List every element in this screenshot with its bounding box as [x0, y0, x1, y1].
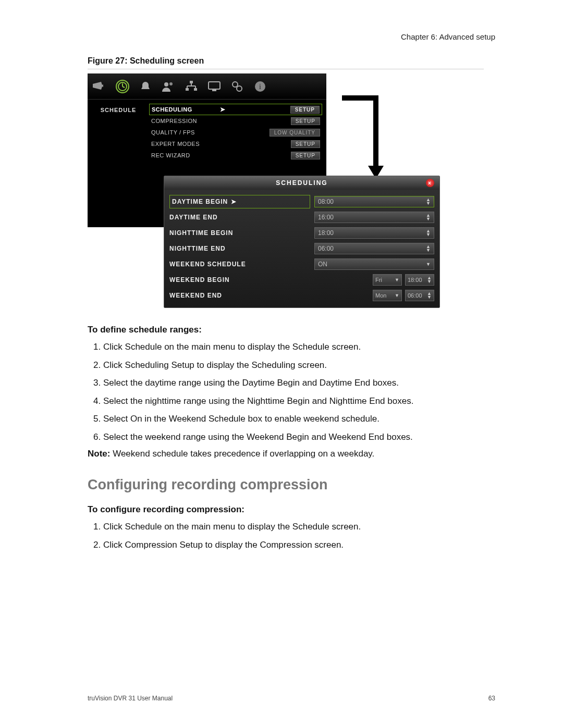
- row-daytime-end: DAYTIME END 16:00 ▲▼: [169, 209, 434, 225]
- note-paragraph: Note: Weekend schedule takes precedence …: [88, 449, 484, 459]
- spinner-icon[interactable]: ▲▼: [426, 245, 431, 252]
- day-field[interactable]: Mon▼: [373, 290, 402, 301]
- time-field[interactable]: 06:00▲▼: [405, 290, 434, 301]
- svg-point-15: [232, 82, 238, 87]
- row-label: WEEKEND SCHEDULE: [169, 261, 246, 268]
- sidebar-item-schedule[interactable]: SCHEDULE: [88, 105, 149, 115]
- svg-rect-8: [194, 88, 197, 91]
- setup-button[interactable]: SETUP: [291, 140, 320, 148]
- menu-row-compression[interactable]: COMPRESSION SETUP: [149, 115, 322, 127]
- cursor-icon: ➤: [220, 106, 226, 113]
- popup-titlebar: SCHEDULING ×: [164, 176, 439, 190]
- list-item: Click Compression Setup to display the C…: [103, 538, 484, 552]
- menu-label: EXPERT MODES: [151, 141, 291, 147]
- time-field[interactable]: 06:00 ▲▼: [314, 243, 434, 254]
- menu-label: QUALITY / FPS: [151, 129, 270, 135]
- row-weekend-schedule: WEEKEND SCHEDULE ON ▼: [169, 256, 434, 272]
- time-value: 18:00: [408, 277, 422, 283]
- row-weekend-begin: WEEKEND BEGIN Fri▼ 18:00▲▼: [169, 272, 434, 288]
- list-item: Click Schedule on the main menu to displ…: [103, 340, 484, 354]
- menu-row-quality[interactable]: QUALITY / FPS LOW QUALITY: [149, 127, 322, 138]
- spinner-icon[interactable]: ▲▼: [426, 229, 431, 237]
- row-weekend-end: WEEKEND END Mon▼ 06:00▲▼: [169, 288, 434, 303]
- list-item: Click Scheduling Setup to display the Sc…: [103, 359, 484, 372]
- section-heading: To configure recording compression:: [88, 504, 484, 515]
- scheduling-popup: SCHEDULING × DAYTIME BEGIN ➤ 08:00 ▲▼ DA…: [164, 176, 440, 308]
- close-icon[interactable]: ×: [426, 179, 434, 187]
- list-item: Select On in the Weekend Schedule box to…: [103, 412, 484, 426]
- figure-27: i SCHEDULE SCHEDULING ➤ SETUP COMPRESSIO…: [88, 73, 442, 313]
- svg-line-3: [123, 87, 125, 88]
- time-value: 16:00: [318, 214, 334, 221]
- list-item: Select the nighttime range using the Nig…: [103, 394, 484, 408]
- svg-point-4: [164, 82, 168, 87]
- menu-row-expert[interactable]: EXPERT MODES SETUP: [149, 138, 322, 150]
- menu-label: COMPRESSION: [151, 118, 291, 124]
- network-icon[interactable]: [185, 80, 198, 93]
- time-field[interactable]: 18:00 ▲▼: [314, 227, 434, 239]
- svg-rect-7: [186, 88, 189, 91]
- menu-label: SCHEDULING: [152, 106, 217, 113]
- toggle-value: ON: [318, 261, 327, 268]
- dropdown-icon[interactable]: ▼: [426, 263, 431, 266]
- spinner-icon[interactable]: ▲▼: [427, 292, 432, 299]
- popup-title-text: SCHEDULING: [276, 179, 327, 187]
- steps-list: Click Schedule on the main menu to displ…: [103, 520, 484, 551]
- list-item: Select the daytime range using the Dayti…: [103, 376, 484, 390]
- svg-rect-13: [209, 82, 220, 89]
- users-icon[interactable]: [162, 80, 175, 93]
- svg-marker-0: [93, 82, 103, 90]
- setup-button[interactable]: SETUP: [291, 152, 320, 159]
- row-label: DAYTIME BEGIN: [172, 198, 228, 205]
- menu-row-recwizard[interactable]: REC WIZARD SETUP: [149, 150, 322, 161]
- quality-dropdown[interactable]: LOW QUALITY: [270, 129, 320, 137]
- spinner-icon[interactable]: ▲▼: [427, 276, 432, 283]
- row-label: WEEKEND BEGIN: [169, 276, 230, 283]
- dvr-sidebar: SCHEDULE: [88, 100, 149, 161]
- note-text: Weekend schedule takes precedence if ove…: [110, 449, 374, 459]
- menu-row-scheduling[interactable]: SCHEDULING ➤ SETUP: [149, 104, 322, 115]
- setup-button[interactable]: SETUP: [291, 117, 320, 125]
- row-label: NIGHTTIME BEGIN: [169, 229, 233, 237]
- chapter-header: Chapter 6: Advanced setup: [401, 32, 495, 41]
- toggle-field[interactable]: ON ▼: [314, 258, 434, 270]
- svg-rect-6: [190, 81, 193, 83]
- row-label: DAYTIME END: [169, 214, 218, 221]
- monitor-icon[interactable]: [207, 80, 221, 93]
- svg-rect-14: [212, 90, 216, 91]
- row-label: WEEKEND END: [169, 292, 222, 299]
- footer-left: truVision DVR 31 User Manual: [88, 695, 173, 702]
- info-icon[interactable]: i: [253, 80, 267, 93]
- spinner-icon[interactable]: ▲▼: [426, 214, 431, 221]
- gear-icon[interactable]: [230, 80, 244, 93]
- row-nighttime-begin: NIGHTTIME BEGIN 18:00 ▲▼: [169, 225, 434, 241]
- day-value: Fri: [375, 277, 382, 283]
- day-field[interactable]: Fri▼: [373, 274, 402, 286]
- row-label: NIGHTTIME END: [169, 245, 226, 252]
- footer-page-number: 63: [488, 695, 495, 702]
- time-value: 06:00: [318, 245, 334, 252]
- time-field[interactable]: 18:00▲▼: [405, 274, 434, 286]
- setup-button[interactable]: SETUP: [290, 106, 320, 114]
- day-value: Mon: [375, 292, 386, 299]
- steps-list: Click Schedule on the main menu to displ…: [103, 340, 484, 443]
- camera-icon[interactable]: [93, 80, 106, 93]
- time-field[interactable]: 08:00 ▲▼: [314, 196, 434, 207]
- svg-point-16: [237, 86, 242, 91]
- menu-label: REC WIZARD: [151, 152, 291, 158]
- spinner-icon[interactable]: ▲▼: [426, 198, 431, 205]
- row-nighttime-end: NIGHTTIME END 06:00 ▲▼: [169, 241, 434, 256]
- clock-icon[interactable]: [116, 80, 129, 93]
- time-value: 18:00: [318, 229, 334, 237]
- h2-heading: Configuring recording compression: [88, 477, 484, 493]
- list-item: Select the weekend range using the Weeke…: [103, 430, 484, 444]
- bell-icon[interactable]: [139, 80, 152, 93]
- section-heading: To define schedule ranges:: [88, 325, 484, 335]
- page-footer: truVision DVR 31 User Manual 63: [88, 695, 495, 702]
- dropdown-icon[interactable]: ▼: [395, 294, 399, 298]
- svg-text:i: i: [259, 83, 261, 91]
- time-value: 06:00: [408, 292, 422, 299]
- note-label: Note:: [88, 449, 110, 459]
- dropdown-icon[interactable]: ▼: [395, 278, 399, 282]
- time-field[interactable]: 16:00 ▲▼: [314, 212, 434, 223]
